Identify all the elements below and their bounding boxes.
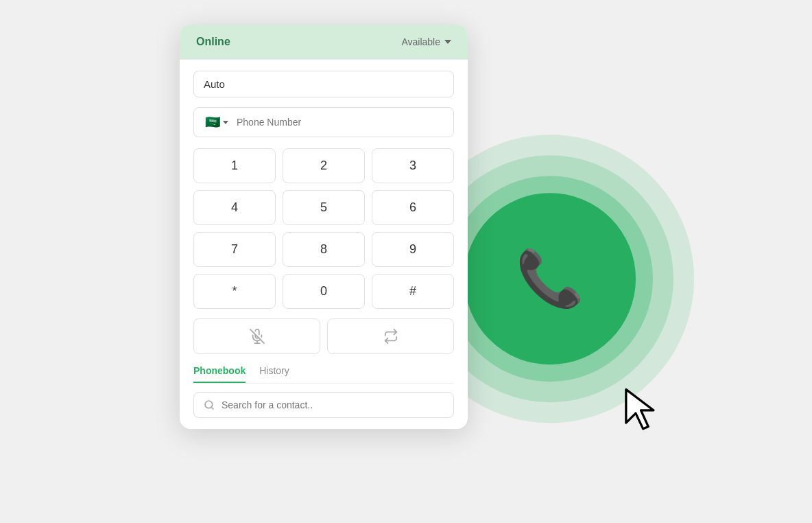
flag-selector[interactable]: 🇸🇦 <box>202 113 231 131</box>
cursor-container <box>622 386 660 433</box>
action-buttons <box>193 318 454 354</box>
dial-btn-star[interactable]: * <box>193 274 276 309</box>
status-online: Online <box>196 36 230 48</box>
svg-line-5 <box>211 407 213 409</box>
search-icon <box>204 399 215 410</box>
dial-btn-9[interactable]: 9 <box>372 232 454 267</box>
tab-phonebook[interactable]: Phonebook <box>193 365 246 383</box>
dial-btn-3[interactable]: 3 <box>372 148 454 183</box>
scene: 📞 Online Available 🇸🇦 <box>97 14 715 509</box>
dial-btn-2[interactable]: 2 <box>283 148 365 183</box>
phone-number-row: 🇸🇦 <box>193 107 454 137</box>
dial-btn-4[interactable]: 4 <box>193 190 276 225</box>
dial-btn-1[interactable]: 1 <box>193 148 276 183</box>
dialpad: 1 2 3 4 5 6 7 8 9 * 0 # <box>193 148 454 309</box>
flag-chevron-icon <box>223 121 228 124</box>
dial-btn-0[interactable]: 0 <box>283 274 365 309</box>
available-dropdown[interactable]: Available <box>401 36 451 47</box>
tab-history[interactable]: History <box>259 365 289 383</box>
search-box <box>193 392 454 418</box>
phone-number-input[interactable] <box>237 117 445 128</box>
mute-icon <box>250 329 265 344</box>
dial-btn-8[interactable]: 8 <box>283 232 365 267</box>
transfer-icon <box>383 329 398 344</box>
widget-header: Online Available <box>180 25 468 60</box>
call-circle[interactable]: 📞 <box>464 193 636 364</box>
dial-btn-6[interactable]: 6 <box>372 190 454 225</box>
chevron-down-icon <box>444 40 451 44</box>
flag-icon: 🇸🇦 <box>205 115 220 130</box>
dial-btn-7[interactable]: 7 <box>193 232 276 267</box>
dial-btn-5[interactable]: 5 <box>283 190 365 225</box>
mute-button[interactable] <box>193 318 320 354</box>
auto-input[interactable] <box>193 71 454 97</box>
dial-btn-hash[interactable]: # <box>372 274 454 309</box>
available-label: Available <box>401 36 440 47</box>
transfer-button[interactable] <box>327 318 454 354</box>
phone-widget: Online Available 🇸🇦 1 2 3 <box>180 25 468 429</box>
svg-marker-0 <box>626 389 654 428</box>
widget-body: 🇸🇦 1 2 3 4 5 6 7 8 9 * 0 # <box>180 60 468 429</box>
tabs-row: Phonebook History <box>193 365 454 384</box>
cursor-icon <box>622 386 660 430</box>
contact-search-input[interactable] <box>222 399 444 410</box>
phone-handset-icon: 📞 <box>516 251 584 306</box>
